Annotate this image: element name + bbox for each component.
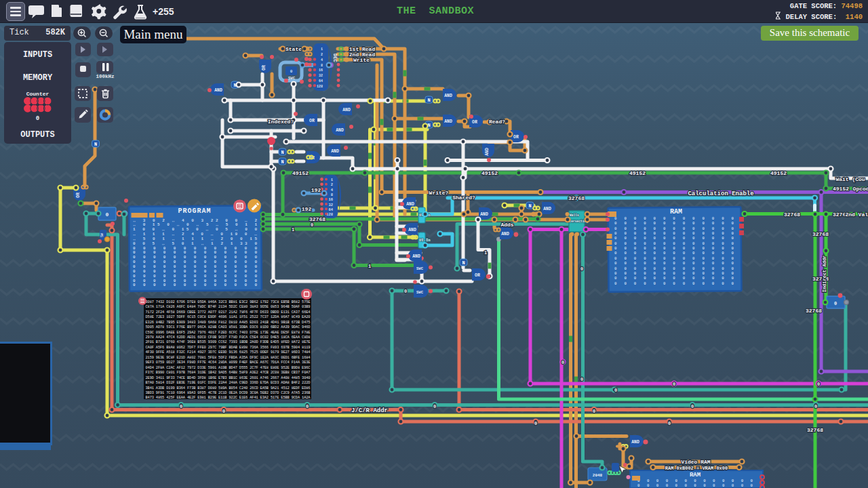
svg-text:AND: AND — [543, 207, 551, 211]
svg-text:AND: AND — [631, 440, 639, 445]
svg-text:AND: AND — [412, 254, 420, 259]
svg-text:9EF3 0759 0D27 3E34 F98D FF7E: 9EF3 0759 0D27 3E34 F98D FF7E 4C64 28DA … — [146, 361, 311, 365]
svg-text:0: 0 — [433, 404, 436, 409]
svg-text:OR: OR — [475, 273, 480, 278]
svg-text:3BD3 9F91 7C10 6964 89A3 0FD5: 3BD3 9F91 7C10 6964 89A3 0FD5 4C7B 2C1D … — [146, 391, 311, 395]
svg-text:UI-In: UI-In — [419, 238, 431, 243]
svg-text:N: N — [281, 159, 283, 165]
svg-text:0: 0 — [673, 382, 675, 387]
svg-text:PROGRAM: PROGRAM — [178, 207, 211, 215]
svg-text:CA0F A5F6 B8A8 8062 7DF7 FFE0: CA0F A5F6 B8A8 8062 7DF7 FFE0 297C 79BF … — [146, 346, 311, 350]
svg-text:OR: OR — [262, 65, 267, 70]
svg-text:OR: OR — [472, 120, 477, 125]
svg-text:32768: 32768 — [807, 427, 823, 433]
svg-text:2: 2 — [331, 183, 333, 187]
svg-text:1: 1 — [484, 250, 487, 256]
svg-text:32768: 32768 — [806, 308, 822, 314]
svg-text:OR: OR — [76, 192, 81, 198]
svg-text:8: 8 — [331, 193, 333, 197]
svg-text:DEC: DEC — [332, 54, 338, 62]
svg-text:RAM: RAM — [690, 472, 701, 479]
svg-text:0: 0 — [311, 222, 313, 228]
svg-text:3087 7432 D102 6706 D7E8 05DA: 3087 7432 D102 6706 D7E8 05DA 846A 32C3 … — [146, 300, 311, 304]
svg-text:2159 9E3E 9C8F E21D A802 7081: 2159 9E3E 9C8F E21D A802 7081 5FE8 5DF2 … — [146, 356, 311, 360]
svg-text:0: 0 — [668, 421, 671, 426]
svg-text:2048: 2048 — [593, 473, 603, 478]
svg-text:AND: AND — [331, 149, 339, 154]
svg-text:F37C B990 C801 F97B 7684 319E: F37C B990 C801 F97B 7684 319E 1B42 9AD5 … — [146, 371, 311, 375]
svg-text:J/C/R Addr: J/C/R Addr — [351, 407, 388, 414]
svg-text:49152: 49152 — [833, 186, 849, 192]
svg-text:49152: 49152 — [292, 170, 309, 176]
svg-text:49152: 49152 — [481, 170, 498, 176]
svg-text:0: 0 — [614, 388, 617, 393]
svg-text:Walls: Walls — [570, 214, 579, 217]
svg-text:N: N — [94, 142, 97, 147]
svg-text:AND: AND — [342, 108, 351, 113]
svg-text:3B41 A3DB D199 B364 F73B B387: 3B41 A3DB D199 B364 F73B B387 D080 589A … — [146, 386, 311, 390]
svg-text:2nd Value: 2nd Value — [845, 211, 868, 218]
svg-text:AND: AND — [408, 228, 416, 232]
svg-text:0: 0 — [580, 377, 583, 382]
svg-text:Wait (Cou: Wait (Cou — [835, 176, 865, 182]
svg-text:0: 0 — [561, 360, 564, 365]
svg-text:64: 64 — [329, 208, 334, 212]
svg-text:Write: Write — [353, 57, 370, 63]
svg-text:49152: 49152 — [629, 170, 646, 176]
svg-text:B7A0 5814 D32F EB3E 719E 01FC: B7A0 5814 D32F EB3E 719E 01FC D3FE 22A4 … — [146, 381, 311, 385]
svg-text:32768: 32768 — [812, 231, 829, 237]
svg-text:+255: +255 — [153, 6, 174, 17]
svg-text:State: State — [285, 46, 302, 52]
svg-text:SWC: SWC — [288, 76, 296, 81]
svg-text:7172 2F24 4F58 D669 CBEE 3772: 7172 2F24 4F58 D669 CBEE 3772 A077 0217 … — [146, 310, 311, 314]
svg-text:AND: AND — [336, 128, 344, 133]
svg-text:8: 8 — [321, 64, 323, 68]
svg-text:32: 32 — [329, 203, 333, 207]
svg-text:Read?: Read? — [489, 119, 505, 125]
svg-text:AND: AND — [480, 212, 488, 217]
svg-text:0: 0 — [817, 382, 820, 387]
svg-text:OR: OR — [309, 119, 315, 123]
svg-text:AND: AND — [406, 202, 414, 207]
svg-text:C59C 0996 DAEE E6F5 29A2 7976: C59C 0996 DAEE E6F5 29A2 7976 4017 F2ED … — [146, 331, 311, 335]
svg-text:1: 1 — [321, 47, 323, 52]
svg-text:128: 128 — [317, 85, 323, 89]
svg-text:N: N — [462, 260, 465, 266]
svg-text:2978 AA24 47C4 62DD AED1 6DC0: 2978 AA24 47C4 62DD AED1 6DC0 CF0B 9CD7 … — [146, 336, 311, 340]
svg-text:Shared?: Shared? — [452, 195, 475, 201]
svg-text:5D05 AD78 53C1 F76E B977 06CA: 5D05 AD78 53C1 F76E B977 06CA 828B CA03 … — [146, 325, 311, 329]
svg-text:49152: 49152 — [770, 170, 787, 176]
svg-text:Write?: Write? — [429, 190, 449, 196]
svg-text:0: 0 — [290, 69, 293, 74]
svg-text:SW: SW — [100, 233, 104, 237]
svg-text:B473 4865 425F EEAA 4E2F E981: B473 4865 425F EEAA 4E2F E981 B29E E11B … — [146, 396, 311, 400]
svg-text:AND: AND — [444, 94, 452, 98]
svg-text:AND: AND — [501, 232, 509, 237]
svg-text:SWC: SWC — [416, 290, 424, 295]
svg-text:0: 0 — [834, 301, 837, 306]
svg-text:C87A 171A C826 A6FC E484 78DC: C87A 171A C826 A6FC E484 78DC B74F 2134 … — [146, 305, 311, 309]
svg-text:Video RAM: Video RAM — [681, 459, 710, 465]
svg-text:AND: AND — [214, 88, 222, 93]
svg-text:2: 2 — [321, 53, 323, 57]
svg-text:0: 0 — [106, 211, 109, 218]
svg-text:0: 0 — [180, 404, 182, 409]
svg-text:0: 0 — [691, 404, 694, 409]
svg-text:Indexed?: Indexed? — [268, 119, 294, 125]
svg-text:2F01 B721 0760 474F 36E8 B535: 2F01 B721 0760 474F 36E8 B535 9309 CC62 … — [146, 340, 311, 344]
svg-text:32768: 32768 — [568, 195, 585, 201]
svg-text:N: N — [427, 98, 430, 103]
svg-text:0: 0 — [306, 404, 309, 409]
svg-text:0: 0 — [580, 266, 583, 272]
svg-text:N: N — [528, 203, 531, 209]
svg-text:192: 192 — [311, 187, 321, 193]
svg-text:N: N — [281, 150, 283, 155]
svg-text:32768: 32768 — [784, 211, 800, 218]
svg-text:04D4 2F8A C2AC AF12 7972 D33E: 04D4 2F8A C2AC AF12 7972 D33E 5901 A19B … — [146, 366, 311, 370]
svg-text:64: 64 — [319, 79, 323, 83]
svg-text:AND: AND — [444, 119, 452, 124]
svg-text:E326 84B2 7B95 E909 3483 3489: E326 84B2 7B95 E909 3483 3489 6A68 F812 … — [146, 321, 311, 325]
svg-text:1: 1 — [292, 227, 294, 232]
svg-text:4: 4 — [321, 58, 323, 62]
svg-text:Adds: Adds — [500, 222, 513, 228]
